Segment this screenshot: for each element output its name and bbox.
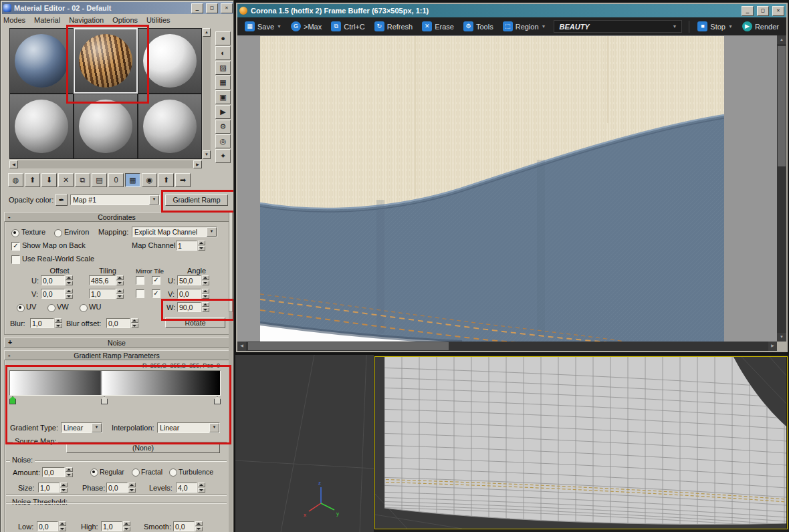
size-spinner[interactable] [60, 483, 68, 493]
minimize-button[interactable]: _ [191, 3, 203, 13]
slots-horizontal-scrollbar[interactable]: ◀ ▶ [9, 160, 202, 168]
u-tiling-field[interactable]: 485,6 [89, 275, 116, 285]
scroll-right-icon[interactable]: ▶ [768, 342, 777, 351]
low-field[interactable]: 0,0 [37, 521, 58, 531]
scroll-left-icon[interactable]: ◀ [237, 342, 246, 351]
u-angle-field[interactable]: 50,0 [177, 275, 201, 285]
chevron-down-icon[interactable]: ▼ [542, 24, 546, 29]
menu-material[interactable]: Material [34, 16, 60, 24]
region-button[interactable]: ⬚ Region ▼ [499, 20, 550, 33]
show-map-on-back-checkbox[interactable]: ✓ [11, 242, 20, 251]
scroll-up-icon[interactable]: ▲ [777, 35, 786, 44]
sample-uv-tiling-icon[interactable]: ▦ [215, 76, 231, 90]
gradient-rollout-header[interactable]: - Gradient Ramp Parameters [4, 350, 229, 360]
show-map-in-viewport-icon[interactable]: ▦ [125, 173, 140, 187]
go-to-parent-icon[interactable]: ⬆ [158, 173, 174, 187]
close-button[interactable]: ✕ [221, 3, 233, 13]
scroll-down-icon[interactable]: ▼ [203, 150, 211, 159]
use-real-world-scale-checkbox[interactable] [11, 255, 20, 264]
mapping-dropdown[interactable]: Explicit Map Channel ▼ [132, 227, 217, 237]
u-tile-checkbox[interactable]: ✓ [152, 276, 160, 285]
minimize-button[interactable]: _ [742, 6, 754, 16]
amount-spinner[interactable] [66, 467, 73, 477]
blur-offset-spinner[interactable] [131, 318, 138, 328]
source-map-button[interactable]: (None) [66, 442, 220, 453]
turbulence-radio[interactable] [169, 469, 177, 477]
material-slot-2[interactable] [74, 28, 138, 94]
backlight-icon[interactable]: ◐ [215, 46, 231, 60]
texture-radio[interactable] [11, 229, 19, 237]
low-spinner[interactable] [59, 521, 66, 531]
w-angle-field[interactable]: 90,0 [177, 302, 201, 312]
stop-button[interactable]: ■ Stop ▼ [693, 20, 737, 33]
scrollbar-thumb[interactable] [778, 46, 786, 166]
scrollbar-thumb[interactable] [229, 212, 233, 312]
viewport-active[interactable] [374, 356, 788, 529]
noise-rollout-header[interactable]: + Noise [4, 338, 229, 348]
maximize-button[interactable]: □ [757, 6, 769, 16]
material-editor-titlebar[interactable]: Material Editor - 02 - Default _ □ ✕ [2, 2, 234, 14]
erase-button[interactable]: ✕ Erase [418, 20, 458, 33]
chevron-down-icon[interactable]: ▼ [149, 195, 159, 205]
render-element-dropdown[interactable]: BEAUTY ▼ [554, 20, 682, 33]
put-material-to-scene-icon[interactable]: ⬆ [25, 173, 40, 187]
frame-buffer-horizontal-scrollbar[interactable]: ◀ ▶ [237, 342, 777, 351]
to-max-button[interactable]: G >Max [287, 20, 326, 33]
maximize-button[interactable]: □ [206, 3, 218, 13]
go-forward-sibling-icon[interactable]: ➡ [175, 173, 191, 187]
scroll-up-icon[interactable]: ▲ [203, 28, 211, 37]
assign-material-to-selection-icon[interactable]: ⬇ [41, 173, 57, 187]
scrollbar-thumb[interactable] [248, 342, 449, 350]
v-angle-field[interactable]: 0,0 [177, 289, 201, 299]
blur-spinner[interactable] [55, 318, 62, 328]
refresh-button[interactable]: ↻ Refresh [370, 20, 417, 33]
menu-utilities[interactable]: Utilities [146, 16, 170, 24]
u-tiling-spinner[interactable] [116, 275, 124, 285]
u-mirror-checkbox[interactable] [136, 276, 144, 285]
phase-spinner[interactable] [128, 483, 136, 493]
wu-radio[interactable] [80, 304, 88, 312]
high-spinner[interactable] [123, 521, 130, 531]
u-offset-spinner[interactable] [66, 275, 73, 285]
v-offset-spinner[interactable] [66, 289, 73, 299]
material-slot-6[interactable] [138, 94, 202, 159]
phase-field[interactable]: 0,0 [106, 483, 128, 493]
make-material-copy-icon[interactable]: ⧉ [75, 173, 90, 187]
map-channel-field[interactable]: 1 [176, 241, 197, 251]
frame-buffer-vertical-scrollbar[interactable]: ▲ ▼ [777, 35, 786, 342]
v-angle-spinner[interactable] [202, 289, 209, 299]
blur-offset-field[interactable]: 0,0 [106, 318, 130, 328]
frame-buffer-titlebar[interactable]: Corona 1.5 (hotfix 2) Frame Buffer (673×… [237, 4, 786, 17]
material-slot-5[interactable] [74, 94, 138, 159]
environ-radio[interactable] [54, 229, 62, 237]
smooth-field[interactable]: 0,0 [173, 521, 195, 531]
vw-radio[interactable] [47, 304, 55, 312]
copy-button[interactable]: ⧉ Ctrl+C [327, 20, 368, 33]
amount-field[interactable]: 0,0 [42, 467, 65, 477]
material-slot-4[interactable] [9, 94, 74, 159]
map-channel-spinner[interactable] [198, 241, 205, 251]
chevron-down-icon[interactable]: ▼ [728, 24, 733, 29]
high-field[interactable]: 1,0 [101, 521, 122, 531]
tools-button[interactable]: ⚙ Tools [459, 20, 497, 33]
chevron-down-icon[interactable]: ▼ [92, 423, 102, 432]
chevron-down-icon[interactable]: ▼ [207, 227, 217, 237]
v-tiling-spinner[interactable] [116, 289, 124, 299]
v-offset-field[interactable]: 0,0 [41, 289, 65, 299]
collapse-icon[interactable]: - [8, 351, 11, 359]
size-field[interactable]: 1,0 [38, 483, 60, 493]
v-mirror-checkbox[interactable] [136, 289, 144, 298]
blur-field[interactable]: 1,0 [30, 318, 54, 328]
close-button[interactable]: ✕ [772, 6, 784, 16]
video-color-check-icon[interactable]: ▣ [215, 90, 231, 104]
material-map-navigator-icon[interactable]: ✦ [215, 149, 231, 163]
chevron-down-icon[interactable]: ▼ [209, 423, 219, 432]
material-slot-3[interactable] [138, 28, 202, 94]
gradient-ramp-bar[interactable] [9, 370, 221, 396]
put-to-library-icon[interactable]: ▤ [92, 173, 107, 187]
menu-modes[interactable]: Modes [3, 16, 25, 24]
u-offset-field[interactable]: 0,0 [41, 275, 65, 285]
u-angle-spinner[interactable] [202, 275, 209, 285]
get-material-icon[interactable]: ◍ [8, 173, 23, 187]
material-slot-1[interactable] [9, 28, 74, 94]
